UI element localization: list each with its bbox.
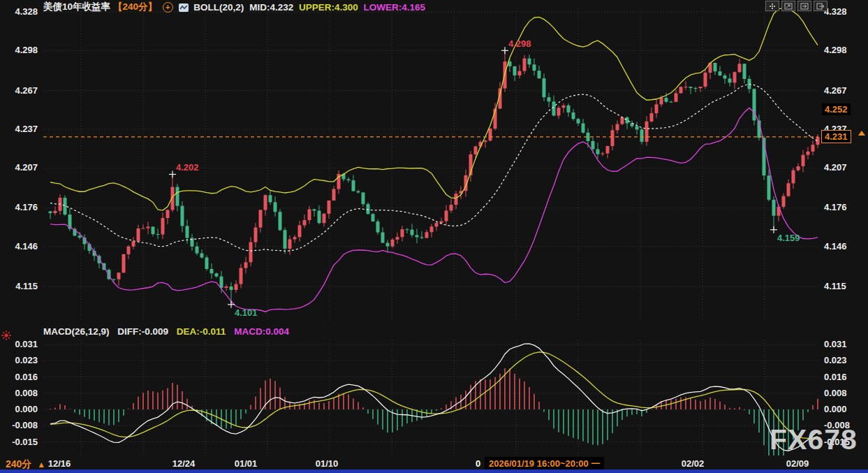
price-tick-left: 4.176 [0,202,38,212]
macd-tick-right: 0.031 [824,339,847,349]
time-tick: 02/09 [786,458,809,469]
price-tick-right: 4.115 [824,281,846,291]
svg-text:4.202: 4.202 [176,162,199,173]
price-tick-left: 4.207 [0,162,38,173]
price-label-last: 4.252 [822,103,851,115]
forward-icon[interactable] [797,1,811,11]
macd-tick-right: 0.008 [824,388,847,398]
svg-text:4.101: 4.101 [235,307,258,318]
instrument-title: 美债10年收益率 [43,1,110,12]
macd-tick-left: 0.000 [0,404,38,414]
chart-type-icon[interactable] [179,3,189,12]
boll-settings-label[interactable]: BOLL(20,2) [193,2,244,13]
macd-hist-value: MACD:0.004 [234,326,289,337]
export-icon[interactable] [814,1,827,11]
price-tick-left: 4.146 [0,241,38,252]
price-macd-chart[interactable]: 4.2984.2024.1014.159 [0,0,868,473]
macd-tick-right: 0.016 [824,372,847,382]
macd-tick-left: -0.015 [0,437,38,447]
macd-header: MACD(26,12,9) DIFF:-0.009 DEA:-0.011 MAC… [43,326,295,337]
boll-mid-value: MID:4.232 [249,2,293,13]
macd-tick-left: 0.008 [0,388,38,398]
zoom-area-icon[interactable] [781,1,795,11]
time-tick: 01/01 [235,458,258,469]
svg-text:4.159: 4.159 [777,233,800,243]
macd-settings-label[interactable]: MACD(26,12,9) [43,326,110,337]
period-up-arrow-icon: ▲ [37,460,45,470]
price-tick-left: 4.328 [0,6,38,17]
macd-tick-right: 0.000 [824,404,847,414]
price-tick-right: 4.176 [824,202,847,212]
time-label-partial: 0 [476,458,480,469]
price-arrow-icon [858,131,865,136]
watermark: FX678 [770,423,858,456]
period-selector-label[interactable]: 240分 [6,458,31,470]
price-tick-right: 4.298 [824,45,847,55]
boll-lower-value: LOWER:4.165 [364,2,426,13]
macd-tick-left: 0.016 [0,372,38,382]
chart-header: 美债10年收益率【240分】 + BOLL(20,2) MID:4.232 UP… [43,1,428,13]
price-tick-left: 4.298 [0,45,38,55]
price-tick-right: 4.207 [824,162,847,173]
price-tick-right: 4.267 [824,85,847,96]
crosshair-date-box: 2026/01/19 16:00~20:00 一 [485,457,604,471]
macd-tick-left: 0.023 [0,355,38,365]
add-indicator-icon[interactable]: + [163,2,173,13]
period-tag[interactable]: 【240分】 [113,1,157,12]
time-tick: 01/10 [316,458,339,469]
chart-toolbar [765,1,827,11]
price-tick-left: 4.237 [0,124,38,134]
bottom-accent-strip [0,470,868,473]
macd-diff-value: DIFF:-0.009 [117,326,168,337]
boll-upper-value: UPPER:4.300 [299,2,358,13]
macd-dea-value: DEA:-0.011 [177,326,226,337]
time-tick: 12/16 [48,458,71,469]
macd-tick-right: 0.023 [824,355,847,365]
price-tick-left: 4.115 [0,281,38,291]
pan-icon[interactable] [765,1,779,11]
price-tick-left: 4.267 [0,85,38,96]
macd-tick-left: -0.008 [0,420,38,430]
alert-sun-icon[interactable] [1,330,12,344]
time-tick: 02/02 [682,458,705,469]
price-label-current: 4.231 [821,130,851,143]
svg-text:4.298: 4.298 [508,38,531,49]
price-tick-right: 4.146 [824,241,847,252]
time-tick: 12/24 [172,458,196,469]
